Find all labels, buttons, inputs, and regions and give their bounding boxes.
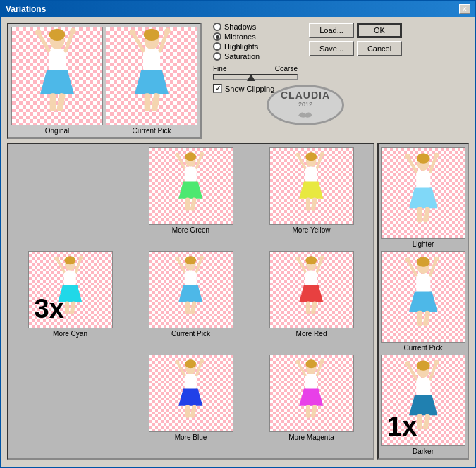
svg-rect-92 <box>416 171 430 188</box>
svg-point-21 <box>185 153 197 161</box>
original-label: Original <box>45 127 69 135</box>
svg-point-81 <box>306 360 317 369</box>
action-buttons: Load... OK Save... Cancel <box>309 23 402 56</box>
darker-multiplier: 1x <box>387 412 417 442</box>
radio-shadows-label: Shadows <box>224 23 256 31</box>
radio-midtones[interactable]: Midtones <box>213 32 298 41</box>
svg-point-46 <box>79 256 83 260</box>
svg-point-71 <box>185 360 197 369</box>
svg-point-96 <box>434 153 439 158</box>
svg-rect-78 <box>185 405 190 418</box>
watermark: CLAUDIA 2012 <box>267 85 344 125</box>
svg-rect-88 <box>306 405 310 418</box>
side-current-pick-thumb <box>381 251 465 343</box>
svg-point-5 <box>35 30 42 36</box>
variations-grid: More Green <box>7 143 374 460</box>
side-current-pick-label: Current Pick <box>403 344 442 352</box>
svg-line-34 <box>317 155 322 168</box>
svg-rect-19 <box>151 93 160 112</box>
svg-line-53 <box>178 259 185 271</box>
more-magenta-label: More Magenta <box>288 433 334 441</box>
original-image <box>11 27 103 125</box>
svg-line-23 <box>178 156 185 168</box>
title-bar: Variations ✕ <box>1 1 475 17</box>
svg-line-74 <box>197 362 202 375</box>
close-button[interactable]: ✕ <box>459 4 470 14</box>
svg-rect-38 <box>306 198 310 211</box>
radio-midtones-label: Midtones <box>224 32 256 41</box>
svg-rect-32 <box>305 167 317 182</box>
empty-thumb-1 <box>28 147 113 225</box>
radio-highlights-label: Highlights <box>224 42 258 51</box>
svg-point-105 <box>405 258 410 263</box>
svg-marker-97 <box>409 188 437 209</box>
current-pick-preview: Current Pick <box>106 27 197 135</box>
radio-saturation-dot <box>213 52 221 61</box>
svg-rect-59 <box>190 302 197 315</box>
svg-point-16 <box>164 28 171 35</box>
svg-rect-12 <box>143 49 160 70</box>
svg-line-94 <box>430 156 436 172</box>
svg-line-43 <box>57 259 64 271</box>
grid-cell-more-red[interactable]: More Red <box>252 251 370 352</box>
grid-cell-more-blue[interactable]: More Blue <box>132 355 250 455</box>
svg-marker-27 <box>178 182 202 199</box>
ok-button[interactable]: OK <box>357 23 402 38</box>
svg-rect-49 <box>70 302 76 315</box>
svg-rect-119 <box>422 414 430 431</box>
more-blue-thumb <box>149 355 233 432</box>
svg-line-3 <box>39 34 49 51</box>
fine-coarse-slider[interactable] <box>213 74 298 80</box>
cancel-button[interactable]: Cancel <box>357 41 402 56</box>
svg-line-84 <box>317 362 322 375</box>
svg-line-114 <box>430 364 436 379</box>
slider-thumb <box>247 74 255 81</box>
checkmark-icon: ✓ <box>215 85 221 92</box>
show-clipping-checkbox[interactable]: ✓ <box>213 84 222 93</box>
radio-saturation[interactable]: Saturation <box>213 52 298 61</box>
side-panel: Lighter <box>377 143 469 460</box>
svg-point-95 <box>405 154 410 159</box>
radio-highlights[interactable]: Highlights <box>213 42 298 51</box>
svg-line-103 <box>408 261 416 276</box>
svg-point-36 <box>320 152 324 156</box>
svg-rect-79 <box>190 405 197 419</box>
svg-marker-87 <box>299 389 323 406</box>
svg-marker-67 <box>299 285 323 302</box>
svg-point-56 <box>200 256 204 260</box>
grid-cell-more-magenta[interactable]: More Magenta <box>252 355 370 455</box>
svg-line-14 <box>160 32 166 51</box>
svg-point-76 <box>200 359 204 364</box>
radio-midtones-dot <box>213 32 221 41</box>
svg-line-4 <box>66 32 72 51</box>
svg-rect-2 <box>49 49 66 70</box>
side-current-pick-cell[interactable]: Current Pick <box>382 251 465 352</box>
svg-marker-37 <box>299 182 323 199</box>
radio-shadows[interactable]: Shadows <box>213 23 298 31</box>
svg-point-61 <box>306 257 317 265</box>
svg-marker-57 <box>178 285 202 302</box>
svg-rect-52 <box>185 271 197 285</box>
svg-point-35 <box>296 153 300 157</box>
grid-cell-current-pick-center[interactable]: Current Pick <box>132 251 250 352</box>
svg-line-63 <box>298 259 305 271</box>
svg-rect-82 <box>305 374 317 389</box>
svg-marker-107 <box>409 292 437 312</box>
darker-cell[interactable]: 1x Darker <box>382 355 465 455</box>
svg-rect-108 <box>417 311 422 326</box>
svg-point-45 <box>55 257 59 261</box>
svg-rect-69 <box>311 302 317 315</box>
load-button[interactable]: Load... <box>309 23 354 38</box>
svg-line-44 <box>76 259 81 271</box>
svg-rect-48 <box>65 302 69 314</box>
grid-cell-more-cyan[interactable]: 3x More Cyan <box>11 251 129 352</box>
svg-point-75 <box>176 360 180 364</box>
grid-cell-more-yellow[interactable]: More Yellow <box>252 147 370 248</box>
svg-point-41 <box>65 257 76 265</box>
radio-saturation-label: Saturation <box>224 52 260 61</box>
grid-cell-more-green[interactable]: More Green <box>132 147 250 248</box>
svg-point-111 <box>417 361 430 371</box>
save-button[interactable]: Save... <box>309 41 354 56</box>
lighter-cell[interactable]: Lighter <box>382 147 465 248</box>
cyan-multiplier: 3x <box>35 294 64 324</box>
